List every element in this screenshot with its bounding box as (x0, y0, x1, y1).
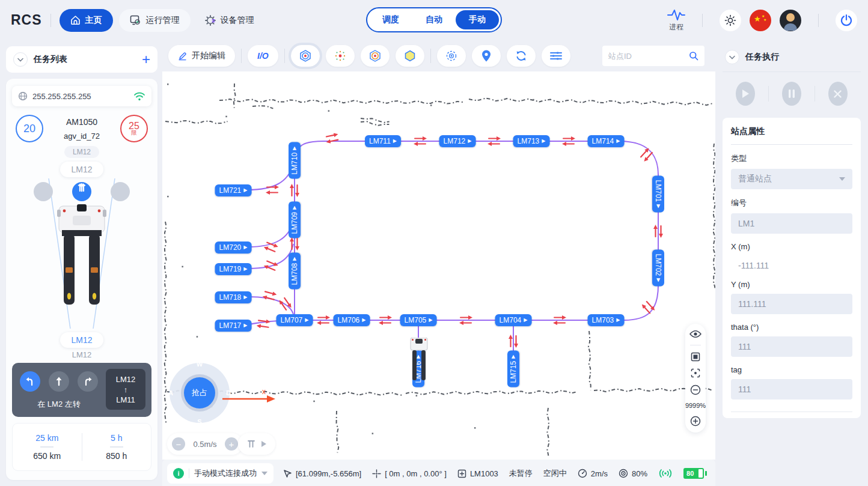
seize-control-button[interactable]: 抢占 (184, 377, 215, 409)
station-label: LM703 (592, 316, 614, 324)
station-direction-icon: ▶ (393, 139, 397, 144)
turn-right-indicator[interactable] (111, 182, 130, 201)
navigation-panel: 在 LM2 左转 LM12 ↑ LM11 (12, 363, 151, 417)
station-target-button[interactable] (291, 45, 320, 67)
station-node-LM708[interactable]: LM708▶ (289, 253, 301, 290)
joystick-up-key[interactable]: W (192, 358, 207, 370)
station-pill: LM12 (60, 332, 103, 348)
search-icon[interactable] (689, 51, 698, 61)
collapse-button[interactable] (13, 52, 28, 67)
joystick-down-key[interactable]: S (192, 416, 207, 428)
lidar-wall (406, 390, 576, 395)
speed-increase-button[interactable]: + (225, 437, 238, 451)
station-node-LM705[interactable]: LM705▶ (400, 314, 437, 326)
field-tag: tag111 (731, 365, 852, 399)
map-canvas[interactable]: LM711▶LM712▶LM713▶LM714▶LM701▶LM702▶LM71… (162, 71, 715, 460)
station-node-LM718[interactable]: LM718▶ (215, 291, 252, 303)
direction-arrows (459, 315, 473, 327)
mode-手动[interactable]: 手动 (456, 10, 499, 29)
globe-icon (18, 91, 28, 101)
zoom-level: 9999% (685, 402, 706, 409)
avatar-head (786, 13, 795, 22)
station-direction-icon: ▶ (243, 323, 247, 328)
sliders-button[interactable] (542, 45, 570, 67)
direction-arrows (255, 318, 272, 332)
power-button[interactable] (836, 10, 857, 31)
task-play-button[interactable] (736, 82, 755, 106)
status-plus-square-item: LM1003 (457, 469, 498, 478)
station-node-LM711[interactable]: LM711▶ (365, 135, 401, 147)
station-node-LM709[interactable]: LM709▶ (289, 202, 301, 238)
status-value: [61.099m,-5.656m] (296, 469, 361, 478)
station-direction-icon: ▶ (429, 318, 432, 323)
station-node-LM704[interactable]: LM704▶ (495, 314, 532, 326)
lidar-dot (533, 99, 534, 101)
station-node-LM720[interactable]: LM720▶ (215, 241, 252, 254)
station-node-LM701[interactable]: LM701▶ (652, 176, 664, 213)
vehicle-ip: 255.255.255.255 (32, 92, 129, 101)
center-view-button[interactable] (691, 368, 700, 378)
add-task-button[interactable]: + (142, 52, 150, 67)
status-message[interactable]: i 手动模式连接成功 (167, 463, 274, 484)
station-node-LM714[interactable]: LM714▶ (588, 135, 625, 147)
nav-home-item[interactable]: 主页 (60, 9, 113, 32)
mode-调度[interactable]: 调度 (369, 10, 412, 29)
fork-lift-control[interactable] (238, 433, 275, 455)
station-node-LM710[interactable]: LM710▶ (289, 142, 301, 179)
field-input[interactable]: LM1 (731, 213, 852, 234)
manual-joystick: W A D S 抢占 (170, 363, 230, 423)
task-cancel-button[interactable] (828, 82, 848, 106)
hexagon-zone-button[interactable] (396, 45, 424, 67)
station-node-LM717[interactable]: LM717▶ (215, 320, 252, 332)
task-list-title: 任务列表 (34, 54, 67, 65)
refresh-button[interactable] (507, 45, 536, 67)
app-logo: RCS (11, 12, 42, 28)
field-input[interactable]: 111 (731, 336, 852, 357)
turn-left-indicator[interactable] (34, 182, 53, 201)
station-node-LM703[interactable]: LM703▶ (588, 314, 625, 326)
location-pin-button[interactable] (472, 45, 501, 67)
task-pause-button[interactable] (782, 82, 801, 106)
current-speed-badge: 20 (16, 115, 43, 142)
station-node-LM721[interactable]: LM721▶ (215, 184, 252, 196)
mode-自动[interactable]: 自动 (412, 10, 456, 29)
joystick-left-key[interactable]: A (164, 387, 178, 399)
minimap-button[interactable] (691, 352, 700, 362)
start-edit-button[interactable]: 开始编辑 (168, 45, 235, 67)
radar-button[interactable] (437, 45, 466, 67)
field-select[interactable]: 普通站点 (731, 169, 852, 189)
station-node-LM707[interactable]: LM707▶ (277, 314, 313, 326)
station-search-input[interactable] (608, 52, 684, 61)
nav-monitor-gear-item[interactable]: 运行管理 (119, 9, 191, 32)
dropdown-caret-icon[interactable] (261, 472, 267, 475)
zoom-in-button[interactable] (690, 416, 701, 427)
station-node-LM706[interactable]: LM706▶ (334, 314, 370, 326)
status-value: [ 0m , 0m , 0.00° ] (385, 469, 447, 478)
nav-gear-item[interactable]: 设备管理 (194, 9, 265, 32)
zoom-out-button[interactable] (690, 384, 701, 395)
station-node-LM719[interactable]: LM719▶ (215, 263, 252, 275)
speed-decrease-button[interactable]: − (172, 437, 185, 451)
station-direction-icon: ▶ (616, 318, 620, 323)
agv-on-map[interactable] (409, 338, 429, 384)
station-node-LM715[interactable]: LM715▶ (507, 351, 519, 387)
field-label: 类型 (731, 153, 852, 164)
field-input[interactable]: 111.111 (731, 294, 852, 314)
field-input[interactable]: 111 (731, 379, 852, 399)
station-node-LM702[interactable]: LM702▶ (652, 250, 664, 287)
battery-level: 80 (686, 470, 694, 477)
io-button[interactable]: I/O (248, 45, 278, 67)
visibility-button[interactable] (689, 330, 701, 338)
collapse-button[interactable] (725, 50, 739, 64)
language-flag-button[interactable]: ★ ★ ★ (750, 10, 771, 31)
target-rings-button[interactable] (361, 45, 390, 67)
station-node-LM713[interactable]: LM713▶ (513, 135, 550, 147)
status-value: 2m/s (591, 469, 608, 478)
station-node-LM712[interactable]: LM712▶ (439, 135, 476, 147)
fork-icon (246, 439, 256, 449)
theme-toggle-button[interactable] (720, 10, 741, 31)
scatter-points-button[interactable] (326, 45, 355, 67)
user-avatar[interactable] (780, 10, 801, 31)
process-button[interactable]: 进程 (667, 8, 685, 32)
vehicle-ip-row[interactable]: 255.255.255.255 (12, 86, 151, 106)
